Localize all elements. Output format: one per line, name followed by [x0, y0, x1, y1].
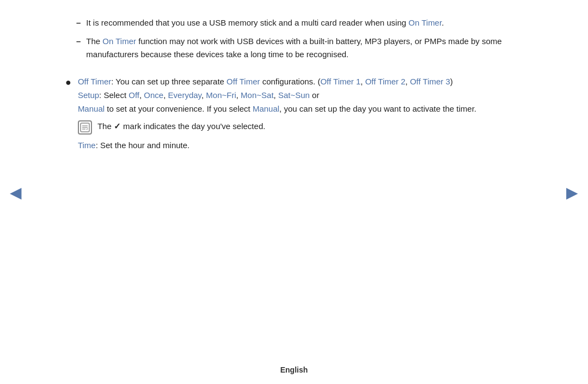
- bullet-list: ● Off Timer: You can set up three separa…: [65, 75, 523, 157]
- page-content: – It is recommended that you use a USB m…: [0, 0, 588, 384]
- bullet-dot: ●: [65, 75, 71, 153]
- off-timer-3: Off Timer 3: [410, 77, 450, 86]
- option-mon-sat: Mon~Sat: [241, 90, 273, 100]
- time-line: Time: Set the hour and minute.: [78, 139, 523, 153]
- bullet-content: Off Timer: You can set up three separate…: [78, 75, 523, 153]
- note-icon: [78, 120, 92, 135]
- dash-symbol-1: –: [76, 16, 81, 29]
- dash-text-2: The On Timer function may not work with …: [86, 35, 523, 61]
- note-svg: [80, 123, 90, 132]
- dash-item-1: – It is recommended that you use a USB m…: [76, 16, 523, 29]
- option-everyday: Everyday: [168, 90, 201, 100]
- footer-language: English: [280, 365, 308, 374]
- off-timer-ref: Off Timer: [226, 77, 260, 86]
- option-manual-1: Manual: [78, 104, 105, 113]
- dash-symbol-2: –: [76, 35, 81, 61]
- option-manual-2: Manual: [253, 104, 279, 113]
- on-timer-link-1: On Timer: [408, 18, 442, 27]
- option-mon-fri: Mon~Fri: [206, 90, 236, 100]
- off-timer-1: Off Timer 1: [320, 77, 360, 86]
- checkmark-symbol: ✓: [114, 121, 121, 131]
- time-label: Time: [78, 141, 96, 150]
- note-text: The ✓ mark indicates the day you've sele…: [97, 120, 266, 133]
- dash-text-1: It is recommended that you use a USB mem…: [86, 16, 444, 29]
- option-sat-sun: Sat~Sun: [278, 90, 310, 100]
- option-off: Off: [128, 90, 139, 100]
- footer: English: [0, 365, 588, 374]
- setup-line: Setup: Select Off, Once, Everyday, Mon~F…: [78, 89, 523, 102]
- bullet-item-off-timer: ● Off Timer: You can set up three separa…: [65, 75, 523, 153]
- off-timer-label: Off Timer: [78, 77, 111, 86]
- option-once: Once: [144, 90, 163, 100]
- off-timer-2: Off Timer 2: [365, 77, 406, 86]
- on-timer-link-2: On Timer: [102, 36, 136, 46]
- off-timer-line1: Off Timer: You can set up three separate…: [78, 75, 523, 89]
- dash-item-2: – The On Timer function may not work wit…: [76, 35, 523, 61]
- note-block: The ✓ mark indicates the day you've sele…: [78, 120, 523, 135]
- dash-list: – It is recommended that you use a USB m…: [76, 16, 523, 66]
- manual-line: Manual to set at your convenience. If yo…: [78, 102, 523, 116]
- setup-label: Setup: [78, 90, 99, 100]
